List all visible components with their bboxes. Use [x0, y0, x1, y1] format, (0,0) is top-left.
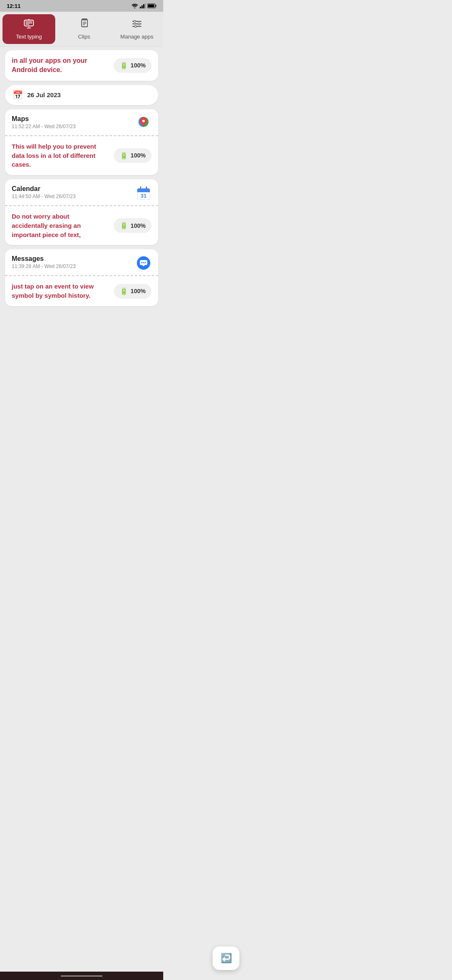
messages-card: Messages 11:39:28 AM - Wed 26/07/23 just…	[5, 249, 158, 306]
maps-battery-badge: 🔋 100%	[114, 148, 152, 163]
svg-point-24	[135, 26, 137, 28]
calendar-icon: 31	[136, 185, 152, 201]
messages-app-time: 11:39:28 AM - Wed 26/07/23	[12, 263, 76, 269]
svg-rect-2	[141, 5, 143, 8]
svg-point-22	[134, 21, 136, 23]
svg-point-0	[134, 8, 135, 8]
svg-rect-7	[148, 5, 154, 8]
svg-point-37	[143, 262, 144, 263]
content-area: in all your apps on your Android device.…	[0, 47, 163, 340]
svg-rect-3	[143, 4, 144, 8]
calendar-app-logo: 31	[136, 185, 152, 201]
messages-icon	[136, 255, 152, 271]
maps-card-body: This will help you to prevent data loss …	[5, 136, 158, 175]
status-time: 12:11	[7, 3, 21, 9]
messages-desc-text: just tap on an event to view symbol by s…	[12, 282, 105, 300]
text-typing-icon	[23, 18, 34, 32]
maps-battery-value: 100%	[131, 152, 146, 159]
messages-app-name: Messages	[12, 255, 76, 263]
signal-icon	[140, 3, 146, 8]
svg-text:31: 31	[141, 193, 146, 199]
messages-card-body: just tap on an event to view symbol by s…	[5, 276, 158, 306]
status-bar: 12:11	[0, 0, 163, 12]
svg-rect-31	[137, 191, 150, 192]
partial-card-text: in all your apps on your Android device.	[12, 56, 109, 75]
calendar-app-time: 11:44:50 AM - Wed 26/07/23	[12, 193, 76, 199]
messages-battery-value: 100%	[131, 288, 146, 294]
svg-point-38	[145, 262, 146, 263]
calendar-battery-value: 100%	[131, 222, 146, 229]
calendar-battery-badge: 🔋 100%	[114, 218, 152, 233]
battery-status-icon	[147, 3, 157, 8]
tab-text-typing[interactable]: Text typing	[3, 14, 55, 44]
svg-rect-6	[156, 5, 157, 7]
messages-battery-badge: 🔋 100%	[114, 284, 152, 299]
calendar-card-body: Do not worry about accidentally erasing …	[5, 206, 158, 245]
calendar-card: Calendar 11:44:50 AM - Wed 26/07/23 31 D…	[5, 179, 158, 245]
partial-battery-icon: 🔋	[120, 62, 128, 70]
calendar-desc-text: Do not worry about accidentally erasing …	[12, 212, 105, 239]
tab-clips[interactable]: Clips	[58, 12, 110, 46]
date-pill[interactable]: 📅 26 Jul 2023	[5, 85, 158, 105]
partial-battery-value: 100%	[131, 62, 146, 69]
messages-battery-icon: 🔋	[120, 287, 128, 295]
wifi-icon	[131, 3, 138, 8]
partial-card: in all your apps on your Android device.…	[5, 50, 158, 81]
messages-app-info: Messages 11:39:28 AM - Wed 26/07/23	[12, 255, 76, 269]
tab-text-typing-label: Text typing	[16, 34, 42, 40]
maps-app-info: Maps 11:52:22 AM - Wed 26/07/23	[12, 115, 76, 129]
svg-point-28	[142, 120, 145, 122]
date-text: 26 Jul 2023	[27, 91, 61, 98]
partial-battery-badge: 🔋 100%	[114, 58, 152, 73]
maps-battery-icon: 🔋	[120, 152, 128, 160]
messages-app-logo	[136, 255, 152, 271]
svg-rect-4	[145, 3, 146, 8]
calendar-battery-icon: 🔋	[120, 222, 128, 230]
calendar-card-header: Calendar 11:44:50 AM - Wed 26/07/23 31	[5, 179, 158, 205]
svg-point-36	[141, 262, 143, 263]
messages-card-header: Messages 11:39:28 AM - Wed 26/07/23	[5, 249, 158, 275]
maps-card: Maps 11:52:22 AM - Wed 26/07/23 This wil…	[5, 109, 158, 175]
tab-clips-label: Clips	[78, 34, 90, 40]
manage-apps-icon	[131, 18, 142, 32]
maps-icon	[136, 115, 152, 131]
calendar-date-icon: 📅	[13, 90, 23, 100]
tab-manage-apps-label: Manage apps	[121, 34, 154, 40]
tab-bar: Text typing Clips Manage apps	[0, 12, 163, 47]
maps-desc-text: This will help you to prevent data loss …	[12, 142, 105, 169]
maps-app-time: 11:52:22 AM - Wed 26/07/23	[12, 124, 76, 129]
maps-app-logo	[136, 115, 152, 131]
calendar-app-name: Calendar	[12, 185, 76, 193]
maps-card-header: Maps 11:52:22 AM - Wed 26/07/23	[5, 109, 158, 135]
tab-manage-apps[interactable]: Manage apps	[110, 12, 163, 46]
svg-point-23	[138, 23, 140, 25]
clips-icon	[79, 18, 90, 32]
status-icons	[131, 3, 157, 8]
calendar-app-info: Calendar 11:44:50 AM - Wed 26/07/23	[12, 185, 76, 199]
svg-rect-1	[140, 7, 141, 8]
maps-app-name: Maps	[12, 115, 76, 123]
